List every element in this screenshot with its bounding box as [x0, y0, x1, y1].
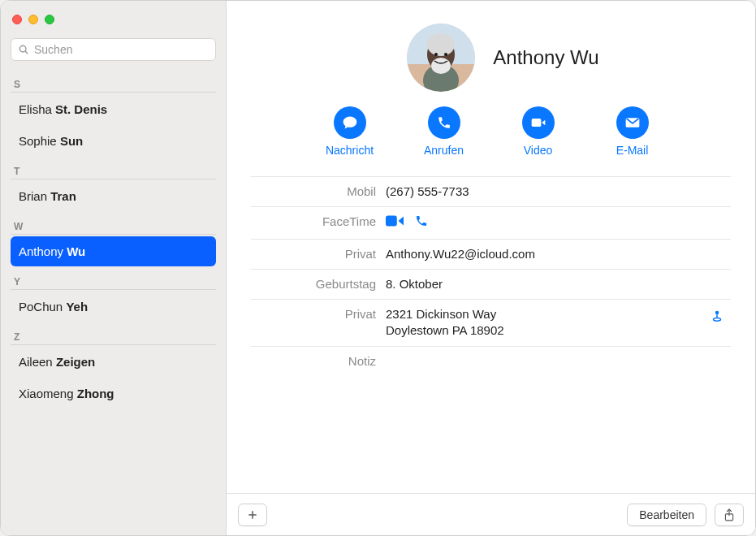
share-icon: [724, 508, 735, 521]
video-label: Video: [524, 144, 553, 157]
field-facetime: FaceTime: [251, 206, 731, 238]
contact-row[interactable]: Aileen Zeigen: [11, 347, 216, 377]
private-address-label: Privat: [254, 306, 376, 321]
message-icon: [342, 115, 358, 131]
video-icon: [530, 115, 546, 131]
private-address-value[interactable]: 2321 Dickinson WayDoylestown PA 18902: [386, 306, 728, 339]
contact-row[interactable]: Anthony Wu: [11, 236, 216, 266]
edit-button[interactable]: Bearbeiten: [627, 504, 706, 526]
window-controls: [12, 15, 54, 24]
sidebar: SElisha St. DenisSophie SunTBrian TranWA…: [1, 1, 227, 535]
contacts-window: SElisha St. DenisSophie SunTBrian TranWA…: [0, 0, 756, 536]
contact-actions: Nachricht Anrufen Video: [318, 106, 665, 157]
search-icon: [18, 44, 29, 55]
contact-detail: Anthony Wu Nachricht Anrufen: [227, 1, 755, 535]
facetime-audio-button[interactable]: [415, 214, 428, 231]
contact-fields: Mobil (267) 555-7733 FaceTime Privat Ant…: [227, 165, 755, 374]
facetime-video-button[interactable]: [386, 214, 404, 231]
message-label: Nachricht: [326, 144, 374, 157]
contact-last-name: Wu: [67, 244, 85, 258]
phone-icon: [437, 115, 451, 130]
svg-rect-13: [386, 216, 397, 227]
contact-row[interactable]: Elisha St. Denis: [11, 94, 216, 124]
email-icon: [624, 115, 641, 131]
contact-row[interactable]: Sophie Sun: [11, 126, 216, 156]
contact-last-name: Tran: [50, 189, 76, 203]
contact-row[interactable]: PoChun Yeh: [11, 292, 216, 322]
message-button[interactable]: Nachricht: [318, 106, 382, 157]
birthday-value: 8. Oktober: [386, 276, 728, 292]
contact-first-name: Xiaomeng: [19, 387, 77, 400]
section-header: S: [11, 72, 216, 93]
map-pin-icon: [710, 308, 724, 322]
contact-first-name: Elisha: [19, 102, 55, 116]
email-button[interactable]: E-Mail: [600, 106, 665, 157]
private-email-label: Privat: [254, 246, 376, 261]
mobile-value[interactable]: (267) 555-7733: [386, 184, 728, 200]
minimize-window-button[interactable]: [28, 15, 38, 24]
contact-name: Anthony Wu: [493, 46, 598, 69]
maximize-window-button[interactable]: [45, 15, 54, 24]
svg-point-16: [714, 318, 721, 321]
private-email-value[interactable]: Anthony.Wu22@icloud.com: [386, 246, 728, 262]
contact-first-name: Anthony: [19, 244, 67, 258]
contact-first-name: Aileen: [19, 355, 56, 369]
search-field[interactable]: [11, 38, 216, 61]
avatar[interactable]: [407, 24, 475, 92]
video-icon: [386, 214, 404, 227]
contact-last-name: Yeh: [66, 300, 88, 313]
mobile-label: Mobil: [254, 184, 376, 198]
search-input[interactable]: [34, 43, 209, 56]
plus-icon: [247, 509, 258, 521]
window-titlebar: [1, 1, 226, 38]
section-header: Y: [11, 270, 216, 290]
contact-first-name: Brian: [19, 189, 50, 203]
svg-point-7: [427, 33, 455, 56]
field-private-address: Privat 2321 Dickinson WayDoylestown PA 1…: [251, 299, 731, 346]
svg-point-10: [444, 53, 447, 56]
svg-point-14: [715, 311, 719, 315]
svg-rect-11: [531, 119, 541, 127]
email-label: E-Mail: [616, 144, 649, 157]
contact-last-name: St. Denis: [55, 102, 107, 116]
svg-point-9: [434, 53, 438, 56]
contact-first-name: PoChun: [19, 300, 66, 313]
contact-first-name: Sophie: [19, 134, 60, 148]
contact-last-name: Sun: [60, 134, 83, 148]
field-birthday: Geburtstag 8. Oktober: [251, 269, 731, 299]
birthday-label: Geburtstag: [254, 276, 376, 291]
svg-line-1: [25, 51, 28, 54]
svg-point-0: [19, 45, 26, 52]
contact-last-name: Zhong: [77, 387, 114, 400]
call-label: Anrufen: [424, 144, 464, 157]
svg-point-8: [431, 58, 451, 74]
contact-last-name: Zeigen: [56, 355, 95, 369]
field-note: Notiz: [251, 346, 731, 374]
section-header: T: [11, 159, 216, 179]
note-label: Notiz: [254, 353, 376, 368]
close-window-button[interactable]: [12, 15, 22, 24]
contact-row[interactable]: Brian Tran: [11, 181, 216, 211]
section-header: Z: [11, 325, 216, 345]
video-button[interactable]: Video: [506, 106, 571, 157]
section-header: W: [11, 214, 216, 235]
contact-header: Anthony Wu Nachricht Anrufen: [227, 1, 755, 165]
search-container: [1, 38, 226, 69]
contact-list: SElisha St. DenisSophie SunTBrian TranWA…: [1, 69, 226, 535]
add-contact-button[interactable]: [238, 504, 267, 526]
phone-icon: [415, 214, 428, 227]
bottom-toolbar: Bearbeiten: [227, 493, 755, 535]
call-button[interactable]: Anrufen: [412, 106, 477, 157]
facetime-label: FaceTime: [254, 214, 376, 228]
field-private-email: Privat Anthony.Wu22@icloud.com: [251, 239, 731, 269]
contact-row[interactable]: Xiaomeng Zhong: [11, 378, 216, 408]
map-pin-button[interactable]: [710, 308, 724, 326]
field-mobile: Mobil (267) 555-7733: [251, 176, 731, 206]
share-button[interactable]: [715, 504, 744, 526]
